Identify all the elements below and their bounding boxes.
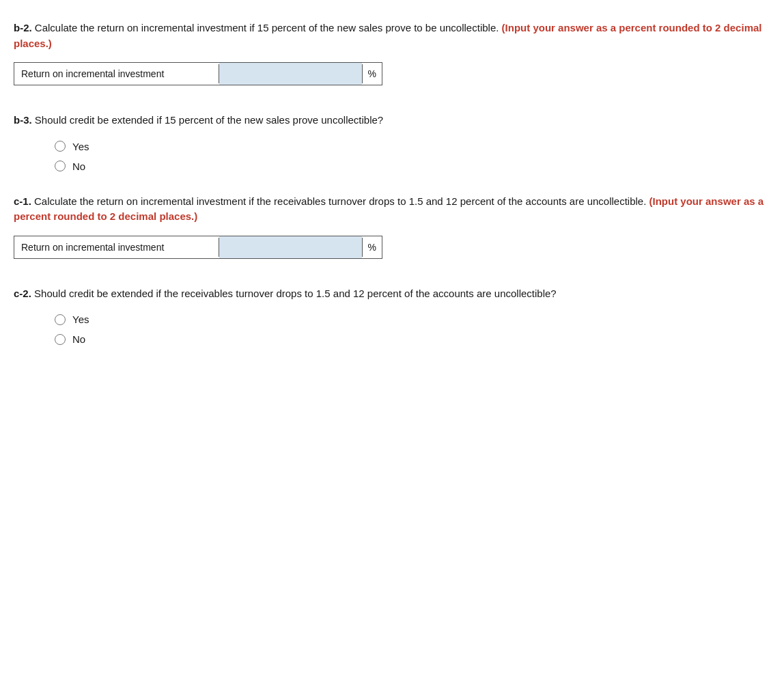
c2-question: c-2. Should credit be extended if the re… — [14, 286, 770, 302]
b2-input-field[interactable] — [219, 63, 362, 85]
c1-question: c-1. Calculate the return on incremental… — [14, 194, 770, 225]
b3-no-label: No — [72, 161, 85, 172]
b3-yes-label: Yes — [72, 141, 89, 152]
b2-row-label: Return on incremental investment — [14, 64, 219, 83]
c2-section: c-2. Should credit be extended if the re… — [14, 286, 770, 346]
c1-input-field[interactable] — [219, 236, 362, 258]
b2-label: b-2. — [14, 22, 32, 33]
b2-question: b-2. Calculate the return on incremental… — [14, 20, 770, 51]
c2-yes-radio[interactable] — [55, 314, 66, 325]
c2-text: Should credit be extended if the receiva… — [34, 288, 557, 299]
c2-no-option[interactable]: No — [55, 333, 770, 345]
b3-text: Should credit be extended if 15 percent … — [35, 114, 383, 126]
b2-text: Calculate the return on incremental inve… — [35, 22, 502, 33]
c1-unit: % — [362, 238, 382, 257]
b3-no-option[interactable]: No — [55, 161, 770, 172]
c1-input-row: Return on incremental investment % — [14, 236, 382, 259]
b2-input-row: Return on incremental investment % — [14, 62, 382, 85]
c1-row-label: Return on incremental investment — [14, 238, 219, 257]
c2-no-radio[interactable] — [55, 334, 66, 345]
c1-label: c-1. — [14, 195, 31, 207]
c2-no-label: No — [72, 333, 85, 345]
c2-yes-label: Yes — [72, 314, 89, 325]
b2-section: b-2. Calculate the return on incremental… — [14, 20, 770, 85]
b3-radio-group: Yes No — [55, 141, 770, 172]
b3-yes-option[interactable]: Yes — [55, 141, 770, 152]
b3-yes-radio[interactable] — [55, 141, 66, 152]
c2-yes-option[interactable]: Yes — [55, 314, 770, 325]
c2-radio-group: Yes No — [55, 314, 770, 345]
b3-label: b-3. — [14, 114, 32, 126]
b2-unit: % — [362, 64, 382, 83]
b3-section: b-3. Should credit be extended if 15 per… — [14, 113, 770, 172]
b3-question: b-3. Should credit be extended if 15 per… — [14, 113, 770, 128]
c2-label: c-2. — [14, 288, 31, 299]
c1-section: c-1. Calculate the return on incremental… — [14, 194, 770, 259]
b3-no-radio[interactable] — [55, 161, 66, 171]
c1-text: Calculate the return on incremental inve… — [34, 195, 649, 207]
